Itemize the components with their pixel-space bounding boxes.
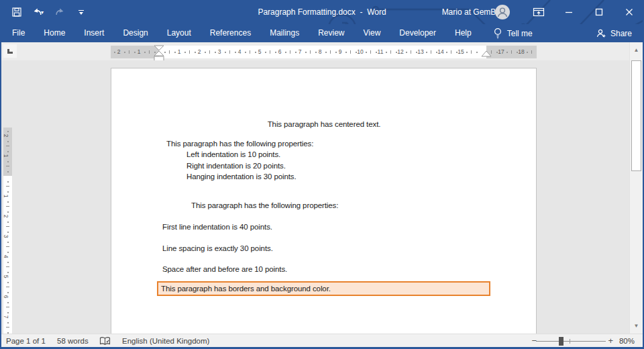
- ruler-number: 6: [278, 48, 282, 55]
- ruler-tick: [6, 226, 9, 227]
- tab-help[interactable]: Help: [445, 24, 481, 42]
- document-page[interactable]: This paragraph has centered text.This pa…: [111, 68, 537, 336]
- ruler-tick: [7, 131, 9, 132]
- ruler-tick: [396, 52, 397, 53]
- ruler-tick: [511, 50, 512, 54]
- zoom-slider-thumb[interactable]: [559, 337, 564, 346]
- ruler-number: 11: [378, 48, 384, 55]
- ruler-number: 18: [518, 48, 524, 55]
- right-indent-marker[interactable]: [480, 50, 492, 58]
- customize-quick-access-button[interactable]: [72, 3, 90, 21]
- ruler-tick: [7, 262, 9, 263]
- ruler-tick: [225, 52, 226, 53]
- maximize-button[interactable]: [584, 0, 614, 24]
- ruler-number: 2: [3, 134, 9, 138]
- tab-file[interactable]: File: [3, 24, 34, 42]
- paragraph: Space after and before are 10 points.: [162, 264, 287, 274]
- ruler-tick: [114, 52, 115, 53]
- ruler-tick: [6, 266, 9, 267]
- ruler-tick: [7, 141, 9, 142]
- ruler-tick: [270, 50, 270, 54]
- undo-dropdown-caret[interactable]: ▼: [40, 10, 45, 15]
- zoom-in-button[interactable]: +: [608, 334, 613, 348]
- ruler-number: 3: [3, 235, 9, 238]
- ruler-tick: [406, 52, 407, 53]
- scroll-down-arrow[interactable]: ▼: [631, 321, 641, 332]
- ribbon-display-options-icon: [533, 7, 545, 17]
- ribbon-tab-row: FileHomeInsertDesignLayoutReferencesMail…: [0, 24, 644, 42]
- tab-home[interactable]: Home: [34, 24, 74, 42]
- tell-me-button[interactable]: Tell me: [493, 28, 533, 39]
- ruler-tick: [215, 52, 216, 53]
- ruler-number: 1: [3, 195, 9, 198]
- share-button[interactable]: Share: [596, 24, 632, 42]
- scrollbar-thumb[interactable]: [631, 60, 641, 171]
- zoom-slider-center-tick: [570, 339, 570, 344]
- minimize-button[interactable]: [553, 0, 584, 24]
- word-count[interactable]: 58 words: [57, 334, 89, 348]
- ribbon-display-options-button[interactable]: [523, 0, 553, 24]
- close-icon: [625, 8, 633, 16]
- ruler-tick: [6, 327, 9, 328]
- ruler-tick: [169, 50, 170, 54]
- ruler-tick: [189, 50, 190, 54]
- ruler-tick: [134, 52, 136, 53]
- scroll-up-arrow[interactable]: ▲: [631, 45, 641, 56]
- ruler-tick: [295, 52, 297, 53]
- tab-design[interactable]: Design: [113, 24, 157, 42]
- ruler-tick: [7, 201, 9, 203]
- ruler-tick: [7, 252, 9, 253]
- tab-insert[interactable]: Insert: [74, 24, 113, 42]
- ruler-tick: [366, 52, 367, 53]
- ruler-tick: [315, 52, 317, 53]
- tab-mailings[interactable]: Mailings: [260, 24, 309, 42]
- ruler-tick: [496, 52, 498, 53]
- ruler-tick: [184, 52, 186, 53]
- window-controls: [523, 0, 644, 24]
- ruler-tick: [229, 50, 230, 54]
- close-button[interactable]: [614, 0, 644, 24]
- ruler-tick: [517, 52, 518, 53]
- avatar[interactable]: [494, 4, 511, 20]
- language-indicator[interactable]: English (United Kingdom): [122, 334, 209, 348]
- tab-review[interactable]: Review: [309, 24, 354, 42]
- paragraph: This paragraph has the following propert…: [191, 201, 338, 210]
- tab-view[interactable]: View: [354, 24, 390, 42]
- share-person-icon: [596, 28, 606, 38]
- tab-references[interactable]: References: [201, 24, 260, 42]
- save-button[interactable]: [8, 3, 25, 21]
- ruler-number: 4: [238, 48, 241, 55]
- ruler-tick: [416, 52, 417, 53]
- minimize-icon: [565, 8, 573, 16]
- ruler-tick: [6, 146, 9, 146]
- paragraph: This paragraph has the following propert…: [166, 139, 313, 148]
- ruler-tick: [456, 52, 458, 53]
- ruler-tick: [370, 50, 371, 54]
- vertical-ruler: 2112345678910: [3, 121, 12, 349]
- zoom-percentage[interactable]: 80%: [619, 334, 635, 348]
- ruler-tick: [7, 151, 9, 152]
- ruler-number: 2: [198, 48, 201, 55]
- vertical-scrollbar[interactable]: ▲ ▼: [629, 42, 643, 334]
- ruler-number: 14: [437, 48, 443, 55]
- ruler-number: 10: [357, 48, 363, 55]
- tab-layout[interactable]: Layout: [158, 24, 201, 42]
- tab-developer[interactable]: Developer: [390, 24, 445, 42]
- undo-button[interactable]: ▼: [30, 3, 47, 21]
- tab-stop-selector[interactable]: [3, 44, 17, 58]
- ruler-tick: [7, 282, 9, 283]
- ruler-tick: [431, 50, 431, 54]
- ruler-tick: [7, 312, 9, 313]
- ruler-tick: [451, 50, 451, 54]
- zoom-slider-track[interactable]: [536, 341, 606, 342]
- ruler-number: 5: [3, 275, 9, 279]
- ruler-tick: [376, 52, 377, 53]
- ruler-tick: [7, 181, 9, 183]
- ruler-number: 12: [397, 48, 403, 55]
- redo-button[interactable]: [51, 3, 68, 21]
- ruler-tick: [195, 52, 196, 53]
- page-indicator[interactable]: Page 1 of 1: [6, 334, 46, 348]
- ruler-tick: [290, 50, 290, 54]
- ruler-number: 1: [3, 154, 9, 158]
- ruler-tick: [356, 52, 357, 53]
